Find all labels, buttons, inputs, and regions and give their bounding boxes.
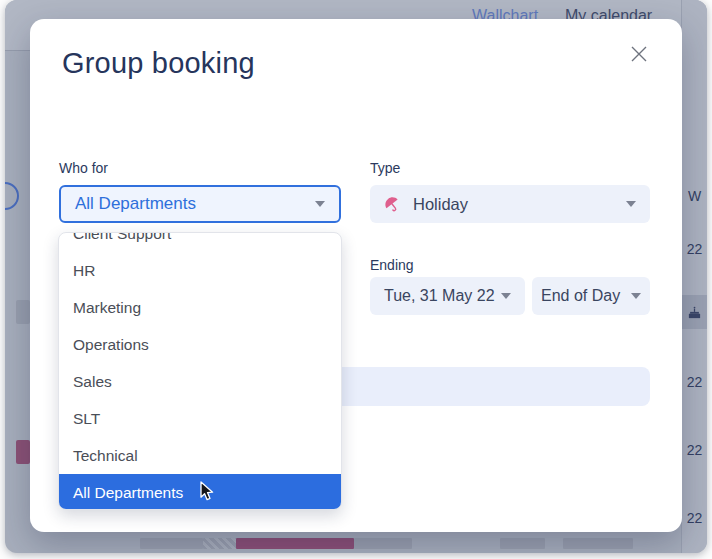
chevron-down-icon xyxy=(315,201,325,207)
event-bar xyxy=(500,538,545,549)
dimmed-background-app: Wallchart My calendar Users W 22 22 22 2… xyxy=(5,0,707,553)
dropdown-option[interactable]: Operations xyxy=(59,326,341,363)
who-for-value: All Departments xyxy=(75,194,196,214)
ending-date-value: Tue, 31 May 22 xyxy=(384,287,495,305)
ending-date-select[interactable]: Tue, 31 May 22 xyxy=(370,277,525,315)
type-select[interactable]: Holiday xyxy=(370,185,650,223)
modal-title: Group booking xyxy=(62,47,255,80)
avatar xyxy=(5,182,19,210)
event-bar xyxy=(354,538,412,549)
week-number: 22 xyxy=(682,510,707,526)
type-label: Type xyxy=(370,160,400,176)
type-value: Holiday xyxy=(413,195,468,214)
department-dropdown: Client SupportHRMarketingOperationsSales… xyxy=(58,232,342,510)
event-bar xyxy=(16,300,30,324)
ending-label: Ending xyxy=(370,257,414,273)
mouse-cursor xyxy=(196,481,216,507)
chevron-down-icon xyxy=(501,293,511,299)
who-for-label: Who for xyxy=(59,160,108,176)
chevron-down-icon xyxy=(626,201,636,207)
department-list: Client SupportHRMarketingOperationsSales… xyxy=(59,232,341,510)
birthday-row xyxy=(682,295,707,329)
week-number: 22 xyxy=(682,241,707,257)
ending-daypart-select[interactable]: End of Day xyxy=(532,277,650,315)
dropdown-option[interactable]: Sales xyxy=(59,363,341,400)
event-bar xyxy=(16,440,30,464)
close-icon[interactable] xyxy=(624,39,654,69)
week-column-header: W xyxy=(682,188,707,204)
week-number: 22 xyxy=(682,374,707,390)
event-bar xyxy=(236,538,354,549)
dropdown-option[interactable]: HR xyxy=(59,252,341,289)
chevron-down-icon xyxy=(631,293,641,299)
birthday-cake-icon xyxy=(687,305,702,320)
app-screenshot: Wallchart My calendar Users W 22 22 22 2… xyxy=(0,0,712,559)
beach-umbrella-icon xyxy=(381,192,405,216)
event-bar xyxy=(563,538,633,549)
who-for-select[interactable]: All Departments xyxy=(59,185,341,223)
dropdown-option[interactable]: SLT xyxy=(59,400,341,437)
dropdown-option[interactable]: Marketing xyxy=(59,289,341,326)
event-bar xyxy=(140,538,203,549)
event-bar-pending xyxy=(203,538,236,549)
week-number: 22 xyxy=(682,442,707,458)
dropdown-option[interactable]: Technical xyxy=(59,437,341,474)
dropdown-option[interactable]: Client Support xyxy=(59,232,341,252)
ending-daypart-value: End of Day xyxy=(541,287,620,305)
week-number-column: W 22 22 22 22 xyxy=(681,0,707,553)
